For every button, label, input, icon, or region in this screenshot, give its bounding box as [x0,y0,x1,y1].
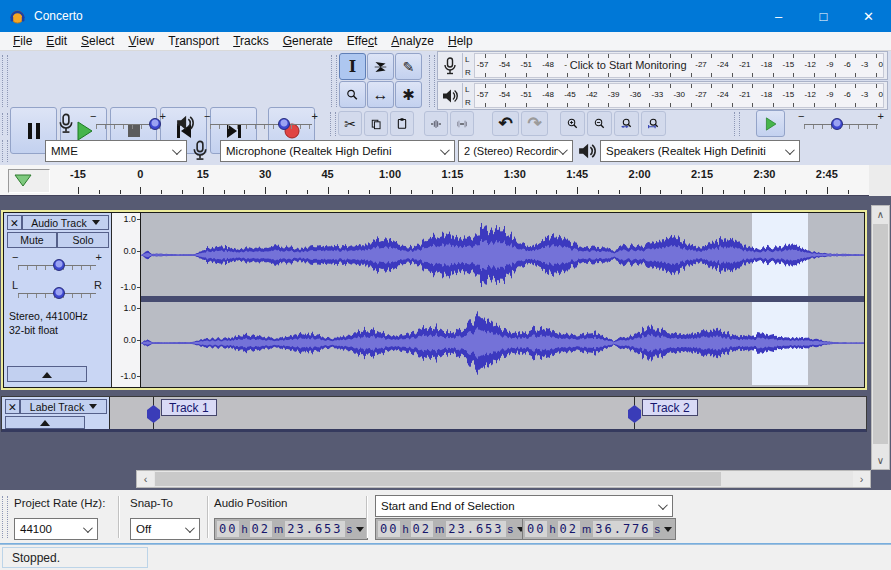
playback-device-combo[interactable]: Speakers (Realtek High Definiti [600,140,800,162]
solo-button[interactable]: Solo [57,232,109,248]
menu-analyze[interactable]: Analyze [384,32,441,50]
play-at-speed-button[interactable] [756,110,785,137]
close-track-button[interactable]: ✕ [5,399,20,414]
multi-tool-button[interactable]: ✱ [395,81,422,108]
silence-audio-button[interactable] [450,111,474,136]
zoom-in-button[interactable] [560,111,585,136]
undo-button[interactable]: ↶ [492,111,519,136]
snap-to-combo[interactable]: Off [130,518,200,540]
minimize-button[interactable]: – [756,0,801,32]
label-marker-icon[interactable] [147,405,160,423]
zoom-to-selection-button[interactable] [614,111,639,136]
horizontal-scroll-thumb[interactable] [155,472,721,486]
selection-end-field[interactable]: 00h02m36.776s [522,518,676,540]
time-digits[interactable]: 02 [250,521,272,537]
time-digits[interactable]: 02 [558,521,580,537]
scroll-down-button[interactable]: ∨ [872,452,889,469]
meter-scale-value: -12 [804,90,816,101]
transcription-toolbar-grip[interactable] [734,112,740,136]
timeline-ruler[interactable]: -1501530451:001:151:301:452:002:152:302:… [0,165,891,196]
menu-tracks[interactable]: Tracks [226,32,276,50]
time-digits[interactable]: 02 [411,521,433,537]
recording-device-combo[interactable]: Microphone (Realtek High Defini [220,140,455,162]
zoom-tool-button[interactable] [339,81,366,108]
timeshift-tool-button[interactable]: ↔ [367,81,394,108]
menu-transport[interactable]: Transport [161,32,226,50]
draw-tool-button[interactable]: ✎ [395,53,422,80]
playback-volume-thumb[interactable] [278,118,290,130]
menu-generate[interactable]: Generate [276,32,340,50]
mixer-toolbar-grip[interactable] [2,113,8,135]
selection-toolbar-grip[interactable] [2,496,8,538]
playback-meter-scale[interactable]: -57-54-51-48-45-42-39-36-33-30-27-24-21-… [474,83,884,108]
time-digits[interactable]: 00 [378,521,400,537]
time-digits[interactable]: 23.653 [446,521,505,537]
project-rate-combo[interactable]: 44100 [14,518,98,540]
selection-mode-combo[interactable]: Start and End of Selection [375,495,673,517]
copy-button[interactable] [364,111,388,136]
selection-start-field[interactable]: 00h02m23.653s [375,518,529,540]
playback-meter[interactable]: LR -57-54-51-48-45-42-39-36-33-30-27-24-… [437,81,888,110]
horizontal-scrollbar[interactable]: ‹ › [136,470,871,488]
audio-host-combo[interactable]: MME [45,140,187,162]
time-digits[interactable]: 36.776 [593,521,652,537]
close-button[interactable]: ✕ [846,0,891,32]
time-dropdown-icon[interactable] [356,527,364,536]
mute-button[interactable]: Mute [7,232,57,248]
edit-toolbar-grip[interactable] [330,112,336,136]
track-title-menu[interactable]: Label Track [20,399,107,414]
maximize-button[interactable]: □ [801,0,846,32]
device-toolbar-grip[interactable] [2,140,8,162]
waveform-display[interactable] [141,213,864,387]
recording-meter[interactable]: LR -57-54-51-48-45-42-39-36-33-30-27-24-… [437,51,888,80]
menu-view[interactable]: View [121,32,161,50]
track-title-menu[interactable]: Audio Track [22,215,109,230]
time-digits[interactable]: 00 [525,521,547,537]
recording-channels-combo[interactable]: 2 (Stereo) Recording Channels [458,140,573,162]
menu-file[interactable]: File [6,32,39,50]
pinned-playhead-box[interactable] [8,169,50,193]
time-digits[interactable]: 23.653 [285,521,344,537]
paste-button[interactable] [390,111,414,136]
gain-slider[interactable]: − + [12,254,102,276]
label-marker-icon[interactable] [628,405,641,423]
vertical-scroll-thumb[interactable] [873,224,888,444]
time-digits[interactable]: 00 [217,521,239,537]
playback-volume-slider[interactable]: − + [204,113,318,135]
tools-toolbar-grip[interactable] [331,55,337,107]
pan-slider[interactable]: L R [12,282,102,304]
recording-meter-scale[interactable]: -57-54-51-48-45-42-39-36-33-30-27-24-21-… [474,53,884,78]
vertical-ruler[interactable]: 1.00.0-1.01.00.0-1.0 [112,213,141,387]
envelope-tool-button[interactable] [367,53,394,80]
menu-effect[interactable]: Effect [340,32,384,50]
play-speed-thumb[interactable] [831,118,843,130]
fit-project-button[interactable] [641,111,666,136]
audio-position-field[interactable]: 00h02m23.653s [214,518,368,540]
menu-select[interactable]: Select [74,32,121,50]
zoom-out-button[interactable] [587,111,612,136]
collapse-track-button[interactable] [5,416,85,429]
menu-edit[interactable]: Edit [39,32,74,50]
collapse-track-button[interactable] [7,366,87,382]
cut-button[interactable]: ✂ [338,111,362,136]
selection-tool-button[interactable]: I [339,53,366,80]
scroll-right-button[interactable]: › [853,471,870,487]
meter-toolbar-grip[interactable] [429,55,435,107]
monitoring-overlay-text[interactable]: Click to Start Monitoring [567,59,690,71]
meter-tick [629,84,630,88]
scroll-left-button[interactable]: ‹ [137,471,154,487]
transport-toolbar-grip[interactable] [2,55,8,107]
menu-help[interactable]: Help [441,32,480,50]
vertical-scrollbar[interactable]: ∧ ∨ [871,205,890,470]
label-track[interactable]: ✕ Label Track Track 1Track 2 [1,396,867,432]
close-track-button[interactable]: ✕ [7,215,22,230]
label-text[interactable]: Track 1 [161,399,217,416]
label-text[interactable]: Track 2 [642,399,698,416]
scroll-up-button[interactable]: ∧ [872,206,889,223]
trim-audio-button[interactable] [424,111,448,136]
redo-button[interactable]: ↷ [521,111,548,136]
play-speed-slider[interactable]: − + [798,113,884,135]
recording-volume-slider[interactable]: − + [90,113,166,135]
waveform-canvas[interactable] [141,213,864,387]
time-dropdown-icon[interactable] [664,527,672,536]
